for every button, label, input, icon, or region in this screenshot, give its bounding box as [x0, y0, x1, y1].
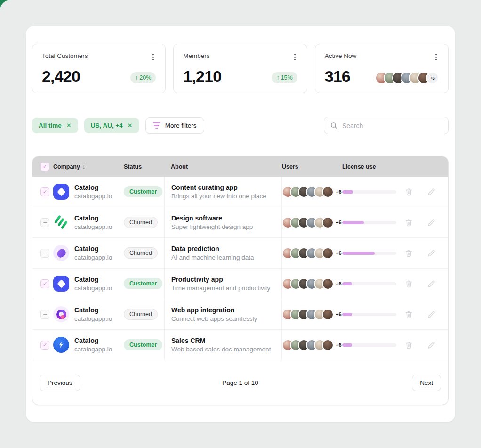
edit-button[interactable] — [427, 249, 436, 258]
stripes-logo-icon — [53, 214, 69, 230]
row-checkbox[interactable] — [40, 187, 49, 196]
search-box[interactable] — [324, 117, 449, 134]
license-bar — [342, 282, 396, 285]
company-name: Catalog — [74, 276, 112, 283]
kebab-menu-icon[interactable] — [151, 52, 156, 62]
table-row[interactable]: Catalog catalogapp.io Churned Data predi… — [32, 238, 448, 269]
close-icon[interactable]: ✕ — [66, 122, 72, 129]
avatar-overflow-count: +6 — [336, 220, 342, 225]
select-all-checkbox[interactable] — [40, 162, 49, 171]
company-cell: Catalog catalogapp.io — [53, 337, 124, 353]
company-cell: Catalog catalogapp.io — [53, 276, 124, 292]
about-title: Productivity app — [171, 276, 281, 283]
license-fill — [342, 313, 352, 316]
company-cell: Catalog catalogapp.io — [53, 245, 124, 261]
row-checkbox[interactable] — [40, 279, 49, 288]
kebab-menu-icon[interactable] — [292, 52, 297, 62]
status-badge: Churned — [124, 309, 158, 320]
delete-button[interactable] — [404, 279, 413, 288]
page-indicator: Page 1 of 10 — [32, 379, 448, 386]
company-domain: catalogapp.io — [74, 285, 112, 292]
stat-value: 316 — [325, 68, 350, 84]
users-cell: +6 — [282, 309, 342, 320]
column-header-status: Status — [124, 163, 164, 170]
company-cell: Catalog catalogapp.io — [53, 306, 124, 322]
diamond-logo-icon — [53, 184, 69, 200]
license-bar — [342, 313, 396, 316]
company-logo — [53, 245, 69, 261]
pencil-icon — [427, 341, 436, 350]
about-cell: Sales CRM Web based sales doc management — [164, 330, 282, 360]
edit-button[interactable] — [427, 218, 436, 227]
trend-up-icon: ↑ — [276, 74, 279, 81]
kebab-menu-icon[interactable] — [433, 52, 439, 62]
license-bar — [342, 190, 396, 194]
row-checkbox[interactable] — [40, 218, 49, 227]
delete-button[interactable] — [404, 310, 413, 319]
edit-button[interactable] — [427, 187, 436, 196]
delete-button[interactable] — [404, 341, 413, 350]
stat-label: Members — [183, 52, 209, 59]
edit-button[interactable] — [427, 279, 436, 288]
delete-button[interactable] — [404, 187, 413, 196]
search-input[interactable] — [342, 122, 442, 130]
company-name: Catalog — [74, 337, 112, 344]
filter-chip-all-time[interactable]: All time ✕ — [32, 118, 78, 133]
chip-label: All time — [39, 122, 62, 129]
edit-button[interactable] — [427, 310, 436, 319]
trend-up-icon: ↑ — [135, 74, 138, 81]
license-bar — [342, 252, 396, 255]
filter-chip-countries[interactable]: US, AU, +4 ✕ — [84, 118, 139, 133]
column-header-company[interactable]: Company ↓ — [53, 163, 124, 170]
sort-desc-icon: ↓ — [82, 163, 85, 170]
avatar-overflow-count: +6 — [336, 189, 342, 195]
trash-icon — [404, 279, 413, 288]
about-subtitle: Web based sales doc management — [171, 346, 281, 353]
stat-card-total-customers: Total Customers 2,420 ↑20% — [32, 44, 166, 93]
about-cell: Design software Super lightweight design… — [164, 207, 282, 237]
about-cell: Productivity app Time management and pro… — [164, 269, 282, 299]
pencil-icon — [427, 187, 436, 196]
avatar — [322, 247, 334, 259]
table-row[interactable]: Catalog catalogapp.io Customer Content c… — [32, 177, 448, 207]
status-badge: Customer — [124, 186, 162, 197]
avatar-overflow-count: +6 — [336, 311, 342, 317]
license-fill — [342, 343, 352, 347]
bolt-logo-icon — [53, 337, 69, 353]
license-fill — [342, 282, 352, 285]
close-icon[interactable]: ✕ — [128, 122, 133, 129]
edit-button[interactable] — [427, 341, 436, 350]
stat-value: 1,210 — [183, 68, 221, 84]
table-row[interactable]: Catalog catalogapp.io Customer Productiv… — [32, 269, 448, 299]
company-name: Catalog — [74, 245, 112, 253]
license-fill — [342, 221, 364, 224]
license-bar — [342, 221, 396, 224]
table-row[interactable]: Catalog catalogapp.io Customer Sales CRM… — [32, 330, 448, 360]
more-filters-button[interactable]: More filters — [145, 117, 204, 134]
table-row[interactable]: Catalog catalogapp.io Churned Web app in… — [32, 299, 448, 330]
delete-button[interactable] — [404, 218, 413, 227]
users-cell: +6 — [282, 278, 342, 290]
row-checkbox[interactable] — [40, 249, 49, 258]
table-row[interactable]: Catalog catalogapp.io Churned Design sof… — [32, 207, 448, 238]
blob-logo-icon — [53, 245, 69, 261]
row-checkbox[interactable] — [40, 341, 49, 350]
about-subtitle: Super lightweight design app — [171, 223, 281, 230]
delete-button[interactable] — [404, 249, 413, 258]
filter-bar: All time ✕ US, AU, +4 ✕ More filters — [32, 117, 449, 134]
dashboard-panel: Total Customers 2,420 ↑20% Members 1,210… — [26, 26, 455, 422]
row-checkbox[interactable] — [40, 310, 49, 319]
avatar — [322, 217, 334, 228]
pencil-icon — [427, 279, 436, 288]
company-domain: catalogapp.io — [74, 346, 112, 353]
about-subtitle: Brings all your new into one place — [171, 193, 281, 200]
trash-icon — [404, 310, 413, 319]
company-cell: Catalog catalogapp.io — [53, 214, 124, 230]
license-fill — [342, 190, 353, 194]
trash-icon — [404, 187, 413, 196]
active-avatars: +6 — [375, 72, 439, 84]
pencil-icon — [427, 310, 436, 319]
avatar-overflow-count: +6 — [336, 250, 342, 256]
column-header-users: Users — [282, 163, 342, 170]
lens-logo-icon — [53, 306, 69, 322]
